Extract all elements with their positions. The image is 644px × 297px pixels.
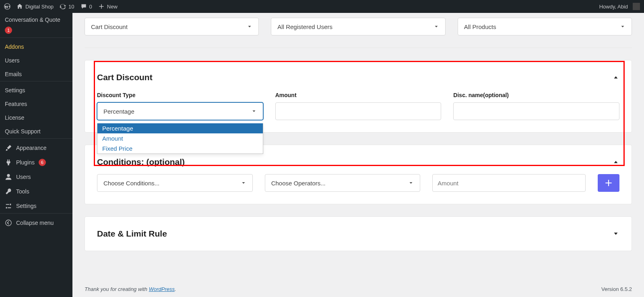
chevron-down-icon [247,24,252,29]
field-discname: Disc. name(optional) [453,92,619,120]
sidebar-item-addons[interactable]: Addons [0,40,72,54]
plugin-badge: 6 [39,159,46,166]
chevron-down-icon [408,180,414,186]
chevron-down-icon [433,24,439,29]
svg-point-2 [6,220,11,226]
field-label: Disc. name(optional) [453,92,619,98]
card-title: Date & Limit Rule [97,229,167,239]
footer-thanks: Thank you for creating with WordPress. [85,286,176,292]
avatar [633,3,640,10]
sidebar-item-features[interactable]: Features [0,97,72,111]
notification-badge: 1 [5,27,12,34]
sliders-icon [5,202,12,210]
sidebar-item-settings[interactable]: Settings [0,199,72,213]
card-title: Conditions: (optional) [97,157,185,167]
select-discount-type[interactable]: Percentage [97,102,263,120]
field-label: Discount Type [97,92,263,98]
plus-icon [604,179,613,187]
input-cond-amount[interactable] [432,174,586,192]
updates-count: 10 [68,4,74,10]
select-products[interactable]: All Products [458,18,632,35]
field-discount-type: Discount Type Percentage Percentage Amou… [97,92,263,120]
dropdown-option[interactable]: Fixed Price [97,143,263,154]
sidebar-item-conversation-badge[interactable]: 1 [0,27,72,37]
select-value: Cart Discount [91,23,128,30]
sidebar-item-users-sub[interactable]: Users [0,54,72,67]
field-label: Amount [275,92,442,98]
wrench-icon [5,188,12,195]
sidebar-item-license[interactable]: License [0,111,72,125]
refresh-icon [60,3,66,10]
collapse-icon [5,219,12,226]
dropdown-discount-type: Percentage Amount Fixed Price [97,123,263,154]
select-users[interactable]: All Registered Users [271,18,445,35]
sidebar-label: Users [16,174,31,180]
sidebar-item-qsupport[interactable]: Quick Support [0,125,72,138]
chevron-up-icon[interactable] [612,158,619,166]
site-name: Digital Shop [25,4,54,10]
sidebar-label: Appearance [16,145,47,151]
sidebar-item-conversation[interactable]: Conversation & Quote [0,13,72,27]
sidebar-label: Addons [5,44,24,50]
select-value: Choose Conditions... [103,180,159,187]
sidebar-item-users[interactable]: Users [0,170,72,184]
add-condition-button[interactable] [598,174,619,192]
chevron-up-icon[interactable] [612,74,619,81]
select-operators[interactable]: Choose Operators... [265,174,421,192]
card-cart-discount: Cart Discount Discount Type Percentage P… [85,60,632,133]
select-conditions[interactable]: Choose Conditions... [97,174,253,192]
select-value: Choose Operators... [271,180,326,187]
wordpress-icon [4,3,10,10]
top-select-row: Cart Discount All Registered Users All P… [85,13,632,48]
card-title: Cart Discount [97,73,153,82]
plug-icon [5,159,12,166]
dropdown-option[interactable]: Percentage [97,123,263,133]
select-discount-mode[interactable]: Cart Discount [85,18,259,35]
user-icon [5,173,12,181]
comments-link[interactable]: 0 [80,3,92,10]
sidebar-item-appearance[interactable]: Appearance [0,141,72,155]
site-home[interactable]: Digital Shop [17,3,54,10]
sidebar-label: Settings [5,87,25,93]
dropdown-option[interactable]: Amount [97,133,263,143]
howdy-user[interactable]: Howdy, Abid [599,3,640,10]
admin-bar: Digital Shop 10 0 New Howdy, Abid [0,0,644,13]
sidebar-label: Settings [16,203,37,209]
select-value: All Registered Users [277,23,332,30]
select-value: Percentage [103,108,134,115]
chevron-down-icon[interactable] [612,230,619,237]
updates-link[interactable]: 10 [60,3,74,10]
plus-icon [98,3,105,10]
field-amount: Amount [275,92,442,120]
sidebar-item-emails[interactable]: Emails [0,67,72,81]
input-amount[interactable] [275,102,442,120]
version-text: Version 6.5.2 [601,286,632,292]
sidebar-label: Quick Support [5,128,41,135]
svg-point-1 [7,174,10,177]
wordpress-link[interactable]: WordPress [149,286,175,292]
conditions-row: Choose Conditions... Choose Operators... [97,174,619,192]
sidebar-label: Users [5,57,20,64]
wp-logo[interactable] [4,3,10,10]
chevron-down-icon [620,24,625,29]
sidebar-label: Collapse menu [16,220,54,226]
card-header: Date & Limit Rule [97,229,619,239]
sidebar-item-plugins[interactable]: Plugins6 [0,155,72,170]
sidebar-item-settings-sub[interactable]: Settings [0,83,72,97]
new-link[interactable]: New [98,3,118,10]
input-discname[interactable] [453,102,619,120]
sidebar-item-tools[interactable]: Tools [0,184,72,199]
field-row: Discount Type Percentage Percentage Amou… [97,92,619,120]
card-date-limit: Date & Limit Rule [85,216,632,251]
sidebar-label: License [5,114,24,121]
sidebar-label: Features [5,101,27,107]
chevron-down-icon [241,180,246,186]
card-header: Cart Discount [97,73,619,82]
select-value: All Products [464,23,496,30]
sidebar-collapse[interactable]: Collapse menu [0,216,72,230]
sidebar-label: Plugins [16,159,35,166]
comments-count: 0 [89,4,92,10]
sidebar-label: Emails [5,71,22,77]
admin-sidebar: Conversation & Quote 1 Addons Users Emai… [0,13,72,297]
comment-icon [80,3,87,10]
